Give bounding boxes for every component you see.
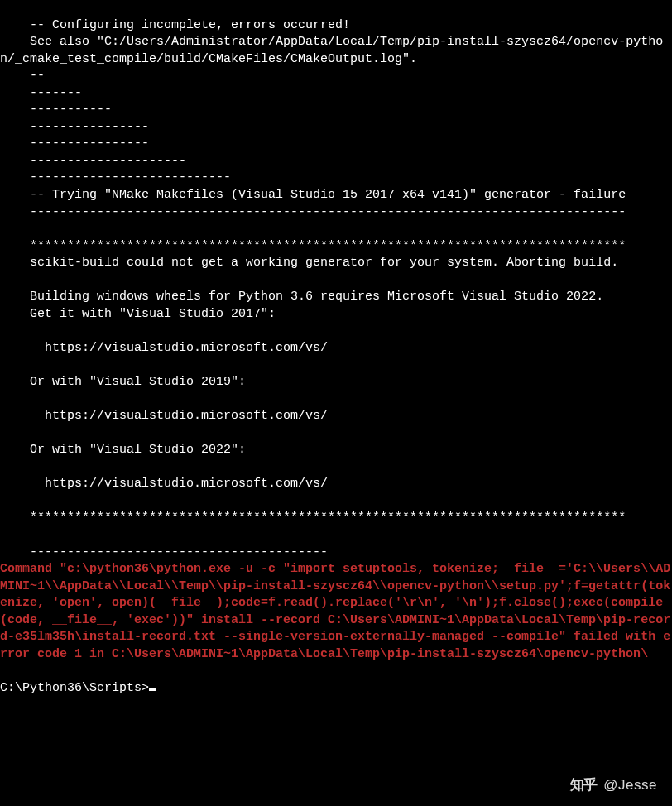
error-output: Command "c:\python36\python.exe -u -c "i… <box>0 562 670 661</box>
output-line: Get it with "Visual Studio 2017": <box>0 307 276 321</box>
output-line: ****************************************… <box>0 511 626 525</box>
output-line: scikit-build could not get a working gen… <box>0 256 618 270</box>
output-line: https://visualstudio.microsoft.com/vs/ <box>0 409 328 423</box>
watermark: 知乎 @Jesse <box>570 775 657 794</box>
output-line: https://visualstudio.microsoft.com/vs/ <box>0 341 328 355</box>
output-line: Or with "Visual Studio 2019": <box>0 375 246 389</box>
output-line: Building windows wheels for Python 3.6 r… <box>0 290 603 304</box>
output-line: ---------------- <box>0 137 149 151</box>
output-line: https://visualstudio.microsoft.com/vs/ <box>0 477 328 491</box>
cursor-icon <box>149 688 156 691</box>
output-line: Or with "Visual Studio 2022": <box>0 443 246 457</box>
output-line: ****************************************… <box>0 239 626 253</box>
output-line: --------------------- <box>0 154 186 168</box>
output-line: --------------------------- <box>0 170 231 185</box>
output-line: ----------- <box>0 103 112 117</box>
output-line: ---------------- <box>0 120 149 134</box>
output-line: ---------------------------------------- <box>0 545 328 559</box>
output-line: ------- <box>0 86 82 100</box>
zhihu-logo-icon: 知乎 <box>570 775 597 794</box>
output-line: ----------------------------------------… <box>0 205 626 219</box>
output-line: -- Configuring incomplete, errors occurr… <box>0 18 350 32</box>
terminal-output: -- Configuring incomplete, errors occurr… <box>0 0 672 697</box>
output-line: -- Trying "NMake Makefiles (Visual Studi… <box>0 188 626 202</box>
output-line: -- <box>0 69 45 83</box>
output-line: See also "C:/Users/Administrator/AppData… <box>0 35 663 66</box>
watermark-handle: @Jesse <box>603 775 657 794</box>
command-prompt[interactable]: C:\Python36\Scripts> <box>0 681 149 695</box>
